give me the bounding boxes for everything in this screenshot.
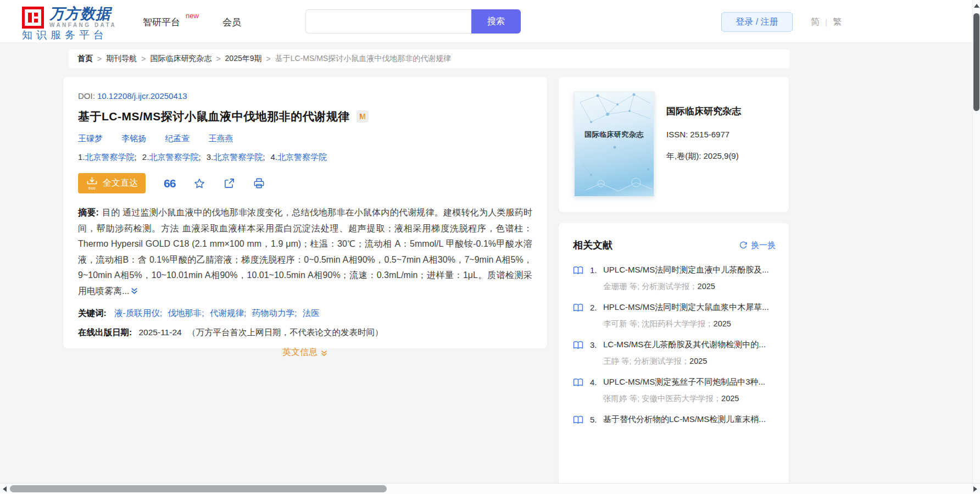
keyword-link[interactable]: 液-质联用仪	[114, 308, 160, 318]
related-item: 2. HPLC-MS/MS法同时测定大鼠血浆中木犀草... 李可新 等; 沈阳药…	[573, 302, 776, 329]
refresh-icon	[739, 241, 748, 249]
breadcrumb-issue[interactable]: 2025年9期	[225, 54, 262, 64]
search-input[interactable]	[305, 9, 471, 34]
author-link[interactable]: 李铭扬	[121, 134, 146, 143]
vertical-scrollbar[interactable]	[972, 0, 980, 483]
horizontal-scrollbar-thumb[interactable]	[10, 485, 387, 492]
breadcrumb-separator: >	[141, 54, 146, 63]
favorite-star-icon[interactable]	[193, 177, 205, 190]
related-item-title[interactable]: UPLC-MS/MS法同时测定血液中儿茶酚胺及...	[603, 265, 776, 275]
keywords-label: 关键词:	[78, 308, 107, 318]
medical-badge-icon: M	[357, 110, 369, 123]
breadcrumb-journal[interactable]: 国际临床研究杂志	[150, 54, 211, 64]
expand-abstract-chevron-icon[interactable]	[130, 285, 138, 301]
keyword-link[interactable]: 药物动力学	[252, 308, 295, 318]
doi-row: DOI: 10.12208/j.ijcr.20250413	[78, 91, 532, 101]
vertical-scrollbar-thumb[interactable]	[973, 13, 979, 111]
svg-text:free: free	[88, 186, 96, 191]
nav-zhiyan-platform[interactable]: 智研平台 new	[143, 16, 180, 29]
publish-date-label: 在线出版日期:	[78, 328, 132, 337]
horizontal-scrollbar[interactable]	[0, 483, 980, 494]
book-icon	[573, 303, 583, 312]
doi-label: DOI:	[78, 91, 95, 101]
journal-volume-row: 年,卷(期): 2025,9(9)	[666, 151, 741, 162]
keyword-row: 关键词: 液-质联用仪; 伐地那非; 代谢规律; 药物动力学; 法医	[78, 308, 532, 319]
new-badge: new	[186, 12, 199, 20]
chevron-double-down-icon	[320, 349, 328, 357]
related-literature-card: 相关文献 换一换 1. UPLC-MS/MS法同时测定血液中儿茶酚胺及...	[559, 223, 789, 494]
journal-card: 国际临床研究杂志 国际临床研究杂志 ISSN: 2515-6977 年,卷(期)…	[559, 77, 789, 212]
breadcrumb-home[interactable]: 首页	[77, 54, 93, 64]
english-info-link[interactable]: 英文信息	[282, 347, 328, 358]
fulltext-button[interactable]: free 全文直达	[78, 173, 146, 193]
related-item-title[interactable]: UPLC-MS/MS测定菟丝子不同炮制品中3种...	[603, 377, 776, 387]
related-item-title[interactable]: LC-MS/MS在儿茶酚胺及其代谢物检测中的...	[603, 340, 776, 350]
search-button[interactable]: 搜索	[471, 9, 521, 34]
breadcrumb-separator: >	[97, 54, 102, 63]
keyword-link[interactable]: 伐地那非	[168, 308, 202, 318]
doi-link[interactable]: 10.12208/j.ijcr.20250413	[97, 91, 187, 101]
publish-date-row: 在线出版日期: 2025-11-24 （万方平台首次上网日期，不代表论文的发表时…	[78, 327, 532, 338]
related-item-meta: 金珊珊 等; 分析测试学报；2025	[603, 281, 776, 292]
scroll-left-arrow[interactable]	[3, 486, 7, 492]
affiliation-link[interactable]: 北京警察学院	[149, 152, 198, 162]
volume-value: 2025,9(9)	[704, 151, 739, 160]
print-icon[interactable]	[253, 177, 265, 189]
related-item-title[interactable]: HPLC-MS/MS法同时测定大鼠血浆中木犀草...	[603, 302, 776, 313]
related-item-title[interactable]: 基于替代分析物的LC-MS/MS检测儿童末梢...	[603, 414, 776, 425]
issn-value: 2515-6977	[690, 130, 730, 139]
wanfang-logo[interactable]: 万方数据 WANFANG DATA	[22, 7, 116, 31]
journal-cover[interactable]: 国际临床研究杂志	[574, 92, 654, 197]
keyword-link[interactable]: 代谢规律	[210, 308, 244, 318]
journal-name[interactable]: 国际临床研究杂志	[666, 105, 741, 118]
lang-simplified[interactable]: 简	[811, 16, 820, 28]
free-download-icon: free	[86, 176, 98, 191]
language-switch: 简 | 繁	[811, 16, 842, 28]
abstract-text: 目的 通过监测小鼠血液中的伐地那非浓度变化，总结伐地那非在小鼠体内的代谢规律。建…	[78, 208, 532, 296]
journal-cover-title: 国际临床研究杂志	[575, 130, 654, 140]
affiliation-list: 1.北京警察学院; 2.北京警察学院; 3.北京警察学院; 4.北京警察学院	[78, 152, 532, 163]
book-icon	[573, 415, 583, 424]
author-link[interactable]: 王燕燕	[209, 134, 233, 143]
related-item: 5. 基于替代分析物的LC-MS/MS检测儿童末梢...	[573, 414, 776, 431]
logo-text-en: WANFANG DATA	[49, 22, 116, 28]
abstract-label: 摘要:	[78, 208, 99, 217]
related-title: 相关文献	[573, 238, 612, 252]
keyword-link[interactable]: 法医	[303, 308, 320, 318]
wanfang-logo-icon	[22, 7, 44, 31]
issn-label: ISSN:	[666, 130, 688, 139]
journal-issn-row: ISSN: 2515-6977	[666, 130, 741, 139]
author-link[interactable]: 纪孟萱	[165, 134, 190, 143]
related-item-meta: 张雨婷 等; 安徽中医药大学学报；2025	[603, 393, 776, 404]
affiliation-link[interactable]: 北京警察学院	[277, 152, 327, 162]
share-export-icon[interactable]	[224, 177, 235, 189]
lang-traditional[interactable]: 繁	[833, 16, 842, 28]
scroll-up-arrow[interactable]	[974, 4, 979, 8]
breadcrumb-current: 基于LC-MS/MS探讨小鼠血液中伐地那非的代谢规律	[275, 54, 451, 64]
nav-member[interactable]: 会员	[222, 16, 241, 29]
scroll-right-arrow[interactable]	[973, 486, 977, 492]
related-item: 3. LC-MS/MS在儿茶酚胺及其代谢物检测中的... 王静 等; 分析测试学…	[573, 340, 776, 367]
search-bar: 搜索	[305, 9, 521, 34]
top-header: 万方数据 WANFANG DATA 知识服务平台 智研平台 new 会员 搜索 …	[0, 0, 972, 43]
volume-label: 年,卷(期):	[666, 151, 701, 160]
page: 万方数据 WANFANG DATA 知识服务平台 智研平台 new 会员 搜索 …	[0, 0, 980, 494]
action-toolbar: free 全文直达 66	[78, 173, 532, 193]
breadcrumb: 首页 > 期刊导航 > 国际临床研究杂志 > 2025年9期 > 基于LC-MS…	[69, 49, 789, 68]
login-register-button[interactable]: 登录 / 注册	[721, 12, 793, 32]
author-link[interactable]: 王礞梦	[78, 134, 103, 143]
refresh-related-button[interactable]: 换一换	[739, 240, 776, 251]
breadcrumb-separator: >	[266, 54, 271, 63]
affiliation-link[interactable]: 北京警察学院	[85, 152, 135, 162]
publish-date-value: 2025-11-24	[138, 328, 181, 337]
related-item: 4. UPLC-MS/MS测定菟丝子不同炮制品中3种... 张雨婷 等; 安徽中…	[573, 377, 776, 404]
publish-date-note: （万方平台首次上网日期，不代表论文的发表时间）	[187, 328, 383, 337]
lang-divider: |	[825, 18, 827, 27]
article-card: DOI: 10.12208/j.ijcr.20250413 基于LC-MS/MS…	[63, 77, 547, 348]
affiliation-link[interactable]: 北京警察学院	[213, 152, 263, 162]
author-list: 王礞梦 李铭扬 纪孟萱 王燕燕	[78, 134, 532, 144]
breadcrumb-journal-nav[interactable]: 期刊导航	[106, 54, 137, 64]
cite-quote-icon[interactable]: 66	[164, 178, 175, 189]
book-icon	[573, 266, 583, 275]
book-icon	[573, 378, 583, 387]
